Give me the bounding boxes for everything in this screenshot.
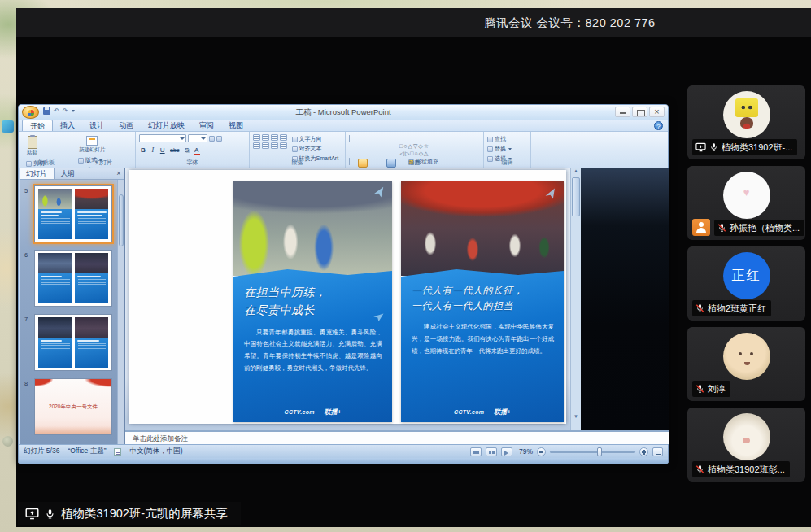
align-center-icon[interactable] bbox=[262, 142, 269, 149]
editor-dark-area bbox=[581, 168, 669, 430]
participant-tile[interactable]: 正红 植物2班黄正红 bbox=[687, 246, 805, 321]
participant-tile[interactable]: 刘淳 bbox=[687, 327, 805, 401]
participant-name: 植物类31902班彭... bbox=[708, 464, 785, 476]
zoom-slider-thumb[interactable] bbox=[597, 447, 602, 456]
tab-review[interactable]: 审阅 bbox=[192, 120, 221, 131]
paper-plane-icon bbox=[543, 186, 559, 203]
zoom-out-button[interactable] bbox=[537, 447, 546, 456]
hand-raised-icon bbox=[692, 219, 710, 236]
poster-headline: 一代人有一代人的长征， 一代人有一代人的担当 bbox=[412, 283, 557, 314]
font-name-combobox[interactable] bbox=[139, 134, 186, 142]
text-direction-button[interactable]: 文字方向 bbox=[292, 135, 339, 143]
save-icon[interactable] bbox=[43, 107, 50, 115]
poster-photo bbox=[401, 181, 564, 276]
powerpoint-window: ↶ ↷ 工稿 - Microsoft PowerPoint 开始 插入 设计 动… bbox=[18, 104, 669, 464]
ppt-status-bar: 幻灯片 5/36 “Office 主题” 中文(简体，中国) 79% bbox=[19, 444, 668, 458]
align-left-icon[interactable] bbox=[253, 142, 260, 149]
slide-thumbnail[interactable]: 5 bbox=[34, 185, 113, 242]
restore-button[interactable] bbox=[632, 107, 647, 117]
poster-blue-panel: 一代人有一代人的长征， 一代人有一代人的担当 建成社会主义现代化强国，实现中华民… bbox=[401, 269, 564, 422]
slide-thumbnail[interactable]: 6 bbox=[34, 250, 113, 307]
ribbon: 粘贴 剪切 复制 格式刷 剪贴板 新建幻灯片 版 bbox=[19, 132, 668, 168]
font-color-button[interactable]: A bbox=[193, 146, 201, 155]
indent-increase-icon[interactable] bbox=[280, 134, 287, 141]
tab-design[interactable]: 设计 bbox=[82, 120, 111, 131]
justify-icon[interactable] bbox=[280, 142, 287, 149]
participant-name-chip: 刘淳 bbox=[692, 381, 730, 397]
redo-icon[interactable]: ↷ bbox=[63, 107, 68, 115]
help-icon[interactable] bbox=[654, 121, 663, 130]
fit-to-window-button[interactable] bbox=[652, 447, 663, 456]
participant-tile[interactable]: 植物类31902班-... bbox=[687, 85, 805, 159]
meeting-topbar: 腾讯会议 会议号：820 202 776 bbox=[16, 8, 811, 37]
zoom-in-button[interactable] bbox=[639, 447, 648, 456]
scroll-up-icon[interactable]: ▲ bbox=[571, 168, 581, 173]
align-text-icon bbox=[292, 146, 298, 152]
slideshow-view-button[interactable] bbox=[501, 447, 512, 456]
tab-slideshow[interactable]: 幻灯片放映 bbox=[141, 120, 192, 131]
numbering-icon[interactable] bbox=[262, 134, 269, 141]
slide-thumbnail[interactable]: 7 bbox=[34, 314, 113, 371]
mic-muted-icon bbox=[695, 384, 704, 394]
participant-name-chip: 植物类31902班彭... bbox=[692, 461, 790, 477]
scroll-down-icon[interactable]: ▼ bbox=[571, 414, 581, 419]
font-size-combobox[interactable] bbox=[188, 134, 207, 142]
grow-font-icon[interactable] bbox=[209, 136, 215, 142]
desktop-shortcut-icon[interactable] bbox=[2, 120, 14, 133]
slide-sorter-view-button[interactable] bbox=[486, 447, 497, 456]
panel-scrollbar[interactable] bbox=[117, 180, 124, 444]
shrink-font-icon[interactable] bbox=[216, 136, 222, 142]
desktop-shortcut-icon[interactable] bbox=[2, 436, 13, 447]
bullets-icon[interactable] bbox=[253, 134, 260, 141]
poster-body-text: 建成社会主义现代化强国，实现中华民族伟大复兴，是一场接力跑。我们有决心为青年跑出… bbox=[412, 321, 554, 357]
slide-canvas[interactable]: 在担当中历练， 在尽责中成长 只要青年都勇挑重担、勇克难关、勇斗风险，中国特色社… bbox=[129, 170, 566, 424]
ppt-titlebar[interactable]: ↶ ↷ 工稿 - Microsoft PowerPoint bbox=[19, 105, 668, 120]
spellcheck-icon[interactable] bbox=[114, 448, 121, 456]
text-shadow-button[interactable]: S bbox=[183, 145, 190, 154]
panel-close-icon[interactable]: × bbox=[113, 168, 124, 179]
share-banner-text: 植物类31902班-亢凯的屏幕共享 bbox=[61, 506, 228, 521]
panel-tab-slides[interactable]: 幻灯片 bbox=[20, 168, 55, 179]
replace-button[interactable]: 替换 bbox=[487, 145, 512, 153]
participant-tile[interactable]: 植物类31902班彭... bbox=[687, 408, 805, 482]
dropdown-arrow-icon bbox=[201, 137, 206, 140]
slide-poster-right[interactable]: 一代人有一代人的长征， 一代人有一代人的担当 建成社会主义现代化强国，实现中华民… bbox=[401, 181, 564, 422]
panel-tab-outline[interactable]: 大纲 bbox=[55, 168, 81, 179]
align-text-button[interactable]: 对齐文本 bbox=[292, 145, 339, 153]
office-button[interactable] bbox=[22, 106, 39, 119]
avatar bbox=[723, 172, 770, 219]
group-editing: 查找 替换 选择 编辑 bbox=[484, 132, 531, 168]
strikethrough-button[interactable]: abc bbox=[168, 145, 181, 154]
group-drawing: □○△▽◇☆ ◁▷□○◇△ 排列 快速样式 形状填充 形状轮廓 形状效果 bbox=[346, 132, 484, 168]
normal-view-button[interactable] bbox=[470, 447, 482, 456]
tab-view[interactable]: 视图 bbox=[221, 120, 251, 131]
slide-scrollbar[interactable]: ▲ ▼ bbox=[570, 168, 581, 430]
underline-button[interactable]: U bbox=[159, 145, 167, 154]
language-indicator[interactable]: 中文(简体，中国) bbox=[129, 447, 182, 456]
paper-plane-icon bbox=[372, 311, 385, 324]
replace-icon bbox=[487, 146, 493, 152]
find-icon bbox=[487, 137, 493, 142]
zoom-percentage[interactable]: 79% bbox=[517, 447, 533, 456]
indent-decrease-icon[interactable] bbox=[271, 134, 278, 141]
participant-tile[interactable]: 孙振艳（植物类... bbox=[687, 166, 805, 240]
italic-button[interactable]: I bbox=[149, 145, 156, 154]
paste-button[interactable]: 粘贴 bbox=[24, 134, 41, 159]
slide-thumbnail[interactable]: 8 2020年中央一号文件 bbox=[34, 378, 113, 435]
align-right-icon[interactable] bbox=[271, 142, 278, 149]
minimize-button[interactable] bbox=[615, 107, 630, 117]
new-slide-button[interactable]: 新建幻灯片 bbox=[76, 134, 109, 155]
bold-button[interactable]: B bbox=[139, 145, 147, 154]
tab-home[interactable]: 开始 bbox=[22, 120, 53, 131]
find-button[interactable]: 查找 bbox=[487, 135, 512, 143]
scrollbar-thumb[interactable] bbox=[572, 177, 580, 216]
slide-poster-left[interactable]: 在担当中历练， 在尽责中成长 只要青年都勇挑重担、勇克难关、勇斗风险，中国特色社… bbox=[233, 181, 392, 422]
notes-pane[interactable]: 单击此处添加备注 bbox=[125, 430, 669, 444]
close-button[interactable] bbox=[649, 107, 665, 117]
tab-animations[interactable]: 动画 bbox=[111, 120, 141, 131]
tab-insert[interactable]: 插入 bbox=[53, 120, 82, 131]
zoom-slider[interactable] bbox=[550, 451, 635, 453]
paper-plane-icon bbox=[372, 185, 387, 201]
undo-icon[interactable]: ↶ bbox=[54, 107, 59, 115]
qat-dropdown-icon[interactable] bbox=[72, 110, 75, 112]
